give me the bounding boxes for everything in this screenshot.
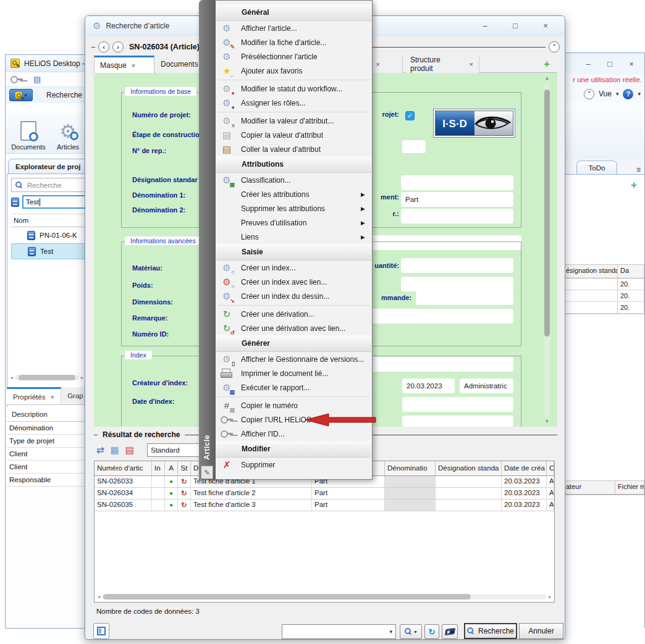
tab-recherche[interactable]: Recherche — [39, 90, 90, 101]
column-header[interactable]: Numéro d'artic — [95, 461, 152, 475]
tab-todo[interactable]: ToDo — [576, 161, 617, 174]
grid-icon[interactable]: ▤ — [33, 75, 41, 84]
menu-item[interactable]: Supprimer les attributions ▶ — [216, 201, 372, 215]
next-record-button[interactable]: › — [112, 41, 124, 52]
scroll-thumb[interactable] — [544, 90, 550, 337]
column-header[interactable]: St — [178, 461, 191, 475]
field-empty-3[interactable] — [401, 277, 513, 291]
dialog-tab[interactable]: Structure produit × — [405, 56, 479, 73]
index-date-field[interactable]: 20.03.2023 — [402, 378, 455, 393]
menu-item[interactable]: ↻↺ Créer une dérivation avec lien... ▶ — [216, 321, 372, 335]
menu-item[interactable]: ⚙● Assigner les rôles... ▶ — [216, 96, 372, 110]
previous-record-button[interactable]: ‹ — [98, 41, 109, 52]
dialog-tab[interactable]: Masque × — [94, 56, 154, 73]
order-field[interactable] — [416, 290, 513, 305]
scroll-left-icon[interactable]: ◂ — [98, 594, 100, 600]
scroll-left-icon[interactable]: ◂ — [11, 375, 13, 380]
search-input[interactable]: Recherche — [11, 178, 86, 192]
close-icon[interactable]: × — [625, 59, 638, 69]
ribbon-item[interactable]: Documents — [9, 107, 48, 151]
menu-item[interactable]: Liens ▶ — [216, 230, 372, 244]
menu-item[interactable]: ★← Ajouter aux favoris ▶ — [216, 64, 372, 78]
index-creator-field[interactable]: Administratric — [460, 378, 513, 393]
close-icon[interactable]: × — [376, 61, 379, 68]
menu-item[interactable]: ⚙✎ Modifier la fiche d'article... ▶ — [216, 35, 372, 49]
menu-item[interactable]: ▤ Coller la valeur d'attribut ▶ — [216, 142, 372, 156]
maximize-icon[interactable]: □ — [603, 59, 617, 69]
menu-item[interactable]: ⚙↘ Créer un index du dessin... ▶ — [216, 289, 372, 303]
menu-item[interactable]: ▶ — [216, 110, 372, 114]
close-icon[interactable]: × — [50, 393, 54, 401]
view-menu[interactable]: Vue — [599, 90, 612, 98]
element-type-field[interactable]: Part — [401, 192, 513, 207]
export-icon[interactable]: ▤ — [125, 445, 134, 456]
menu-item[interactable]: ⚙ Afficher l'article... ▶ — [216, 21, 372, 35]
menu-item[interactable]: ▶ — [216, 303, 372, 307]
form-vscrollbar[interactable]: ▲ ▼ — [543, 75, 551, 424]
column-header[interactable]: ésignation standa — [563, 265, 618, 278]
result-row[interactable]: SN-026035 ● ↻ Test fiche d'article 3 Par… — [95, 500, 554, 511]
column-header[interactable]: Da — [618, 265, 644, 278]
collapse-ribbon-button[interactable]: ˆ — [584, 89, 594, 99]
field-empty-2[interactable] — [401, 209, 513, 224]
scroll-thumb[interactable] — [19, 375, 75, 380]
menu-item[interactable]: ↻ Créer une dérivation... ▶ — [216, 307, 372, 321]
menu-item[interactable]: ⚙▤ Exécuter le rapport... ▶ — [216, 380, 372, 395]
scroll-up-icon[interactable]: ▲ — [545, 75, 550, 81]
field-empty-4[interactable] — [402, 397, 513, 412]
column-header[interactable]: C — [547, 461, 554, 475]
scroll-right-icon[interactable]: ▸ — [549, 594, 551, 600]
properties-tab[interactable]: Propriétés × — [7, 387, 61, 404]
explorer-hscrollbar[interactable]: ◂ ▸ — [11, 374, 83, 381]
cancel-button[interactable]: Annuler — [519, 623, 563, 639]
search-button[interactable]: Recherche — [464, 623, 517, 639]
menu-item[interactable]: #▤ Copier le numéro ▶ — [216, 398, 372, 412]
field-empty-1[interactable] — [401, 175, 513, 190]
key-icon[interactable] — [10, 73, 21, 85]
quantity-field[interactable] — [401, 258, 513, 273]
menu-item[interactable]: ✗ Supprimer ▶ — [216, 458, 372, 472]
preview-icon[interactable]: ▦ — [111, 445, 119, 456]
close-icon[interactable]: × — [470, 61, 473, 68]
scroll-right-icon[interactable]: ▸ — [81, 375, 83, 380]
scroll-thumb[interactable] — [103, 594, 471, 600]
menu-item[interactable]: ⚙▦ Classification... ▶ — [216, 173, 372, 187]
mask-toggle-button[interactable] — [93, 623, 109, 639]
menu-item[interactable]: Attributions ▶ — [216, 156, 371, 173]
clear-button[interactable] — [442, 624, 458, 639]
menu-item[interactable]: Imprimer le document lié... ▶ — [216, 366, 372, 380]
refresh-button[interactable]: ↻ — [424, 624, 439, 639]
field-empty-5[interactable] — [402, 416, 513, 427]
maximize-icon[interactable]: □ — [508, 21, 522, 30]
menu-item[interactable]: Modifier ▶ — [216, 441, 371, 458]
result-row[interactable]: SN-026034 ● ↻ Test fiche d'article 2 Par… — [95, 488, 554, 500]
menu-item[interactable]: Saisie ▶ — [216, 244, 371, 261]
menu-item[interactable]: ⚙○ Créer un index avec lien... ▶ — [216, 275, 372, 289]
collapse-button[interactable]: ˆ — [549, 41, 560, 52]
menu-item[interactable]: Afficher l'ID... ▶ — [216, 427, 372, 441]
column-header[interactable]: Désignation standa — [436, 461, 502, 475]
app-menu-button[interactable]: ▾ — [9, 89, 33, 101]
table-row[interactable]: 20. — [563, 278, 644, 290]
menu-item[interactable]: ⚙▯ Afficher le Gestionnaire de versions.… — [216, 352, 372, 366]
minimize-icon[interactable]: – — [478, 21, 492, 30]
menu-item[interactable]: ⚙x Modifier la valeur d'attribut... ▶ — [216, 114, 372, 128]
refresh-icon[interactable]: ⇄ — [96, 445, 104, 456]
menu-item[interactable]: Général ▶ — [216, 4, 371, 21]
help-button[interactable]: ? — [623, 89, 633, 99]
column-header[interactable]: A — [165, 461, 178, 475]
menu-item[interactable]: ⚙● Modifier le statut du workflow... ▶ — [216, 82, 372, 96]
menu-item[interactable]: ▤ Copier la valeur d'attribut ▶ — [216, 128, 372, 142]
close-icon[interactable]: × — [539, 21, 552, 30]
column-header[interactable]: Date de créa — [502, 461, 547, 475]
table-row[interactable]: 20. — [563, 290, 644, 302]
menu-item[interactable]: ▶ — [216, 395, 372, 398]
column-header[interactable]: In — [152, 461, 165, 475]
scroll-down-icon[interactable]: ▼ — [545, 419, 550, 424]
save-search-button[interactable]: ▾ — [400, 624, 422, 639]
menu-item[interactable]: Générer ▶ — [216, 335, 371, 352]
minimize-icon[interactable]: – — [581, 59, 595, 69]
menu-item[interactable]: Créer les attributions ▶ — [216, 187, 372, 201]
column-header[interactable]: ateur — [563, 481, 615, 494]
ribbon-item[interactable]: ⚙ Articles — [49, 107, 87, 151]
